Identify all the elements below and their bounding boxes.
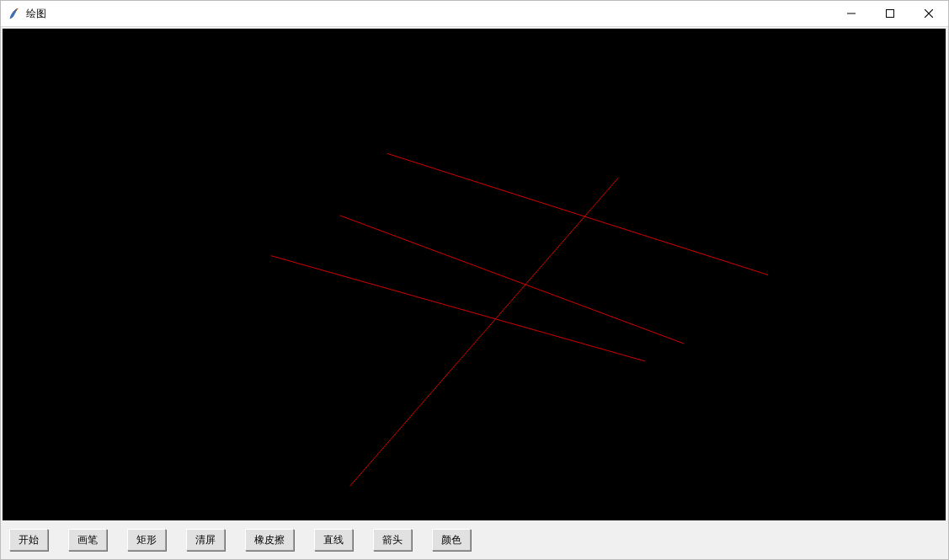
maximize-icon	[886, 9, 894, 18]
minimize-button[interactable]	[832, 1, 871, 26]
drawing-canvas[interactable]	[3, 29, 946, 520]
rect-button[interactable]: 矩形	[127, 529, 166, 551]
eraser-button[interactable]: 橡皮擦	[245, 529, 294, 551]
canvas-line	[340, 216, 685, 344]
canvas-line	[350, 178, 619, 486]
color-button[interactable]: 颜色	[432, 529, 471, 551]
canvas-container	[1, 27, 948, 522]
close-button[interactable]	[909, 1, 948, 26]
svg-rect-0	[887, 10, 894, 18]
client-area: 开始 画笔 矩形 清屏 橡皮擦 直线 箭头 颜色	[1, 27, 948, 559]
arrow-button[interactable]: 箭头	[373, 529, 412, 551]
line-button[interactable]: 直线	[314, 529, 353, 551]
minimize-icon	[847, 9, 856, 18]
toolbar: 开始 画笔 矩形 清屏 橡皮擦 直线 箭头 颜色	[1, 522, 948, 559]
start-button[interactable]: 开始	[9, 529, 48, 551]
titlebar: 绘图	[1, 1, 948, 27]
canvas-line	[387, 153, 769, 275]
pen-button[interactable]: 画笔	[68, 529, 107, 551]
maximize-button[interactable]	[871, 1, 909, 26]
app-window: 绘图 开始 画笔 矩形 清屏 橡皮擦 直线 箭头	[0, 0, 949, 560]
canvas-lines	[3, 29, 946, 520]
window-title: 绘图	[26, 7, 46, 21]
window-controls	[832, 1, 948, 26]
tk-feather-icon	[8, 7, 21, 20]
close-icon	[925, 9, 933, 18]
clear-button[interactable]: 清屏	[186, 529, 225, 551]
